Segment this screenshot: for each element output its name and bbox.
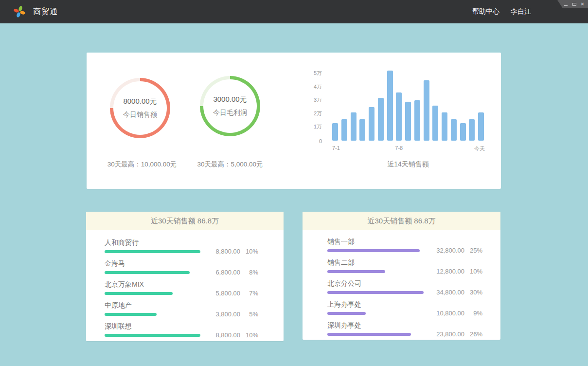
rank-item-pct: 7%	[245, 290, 258, 297]
rank-row: 人和商贸行8,800.0010%	[105, 238, 258, 253]
rank-item-bar	[105, 292, 173, 295]
rank-item-value: 5,800.007%	[206, 290, 258, 297]
topbar-links: 帮助中心 李白江	[472, 0, 531, 23]
chart-bar	[332, 123, 338, 141]
x-tick-middle: 7-8	[395, 145, 403, 151]
customer-rank-card: 近30天销售额 86.8万 人和商贸行8,800.0010%金海马6,800.0…	[86, 212, 284, 341]
today-sales-donut: 8000.00元 今日销售额	[110, 78, 170, 138]
rank-item-value: 6,800.008%	[206, 269, 258, 276]
y-tick-label: 0	[304, 138, 322, 144]
rank-item-name: 深圳办事处	[327, 321, 411, 330]
chart-bar	[478, 112, 484, 141]
y-axis: 01万2万3万4万5万	[304, 70, 322, 141]
chart-bar	[432, 106, 438, 141]
rank-item-pct: 10%	[469, 268, 482, 275]
customer-rank-list: 人和商贸行8,800.0010%金海马6,800.008%北京万象MIX5,80…	[86, 230, 284, 337]
rank-item-amount: 23,800.00	[430, 330, 464, 338]
rank-row-main: 深圳办事处	[327, 321, 411, 336]
chart-bar	[451, 119, 457, 141]
chart-bar	[341, 119, 347, 141]
chart-bar	[442, 112, 447, 141]
minimize-button[interactable]	[564, 1, 568, 7]
today-sales-value: 8000.00元	[123, 97, 157, 106]
close-button[interactable]: ×	[580, 1, 585, 7]
rank-item-name: 销售一部	[327, 238, 420, 246]
rank-row-main: 深圳联想	[105, 322, 200, 337]
rank-item-pct: 25%	[469, 247, 482, 254]
overview-card: 8000.00元 今日销售额 3000.00元 今日毛利润 30天最高：10,0…	[87, 53, 501, 189]
rank-item-name: 人和商贸行	[105, 238, 200, 247]
rank-item-value: 8,800.0010%	[206, 331, 258, 339]
y-tick-label: 5万	[304, 70, 322, 77]
rank-item-bar	[327, 249, 420, 252]
rank-item-pct: 5%	[245, 311, 258, 318]
rank-item-amount: 5,800.00	[206, 290, 240, 297]
donut-center: 8000.00元 今日销售额	[113, 81, 167, 135]
today-profit-donut: 3000.00元 今日毛利润	[200, 76, 260, 136]
rank-item-name: 中原地产	[105, 301, 157, 310]
rank-item-value: 34,800.0030%	[430, 289, 482, 296]
title-bar: 商贸通 帮助中心 李白江 ×	[0, 0, 588, 23]
app-logo-icon	[13, 5, 26, 18]
user-menu[interactable]: 李白江	[511, 7, 531, 16]
rank-item-pct: 30%	[469, 289, 482, 296]
y-tick-label: 4万	[304, 83, 322, 91]
rank-row: 中原地产3,800.005%	[105, 301, 258, 316]
rank-row-main: 销售一部	[327, 238, 420, 252]
rank-row-main: 北京万象MIX	[105, 280, 173, 295]
rank-item-amount: 34,800.00	[430, 289, 464, 296]
app-title: 商贸通	[33, 7, 58, 17]
y-tick-label: 3万	[304, 96, 322, 104]
window-controls: ×	[557, 0, 588, 8]
rank-item-name: 金海马	[105, 259, 190, 268]
chart-bar	[424, 80, 429, 141]
rank-item-value: 10,800.009%	[430, 310, 482, 317]
chart-bar	[414, 100, 420, 141]
help-center-link[interactable]: 帮助中心	[472, 7, 499, 16]
y-tick-label: 2万	[304, 110, 322, 117]
rank-row: 上海办事处10,800.009%	[327, 300, 482, 315]
profit-30d-max: 30天最高：5,000.00元	[172, 160, 288, 169]
rank-item-amount: 3,800.00	[206, 311, 240, 318]
chart-bar	[405, 102, 411, 141]
maximize-button[interactable]	[572, 1, 576, 7]
rank-item-name: 北京万象MIX	[105, 280, 173, 289]
x-tick-end: 今天	[474, 145, 485, 152]
department-rank-title: 近30天销售额 86.8万	[367, 217, 435, 225]
chart-bars	[332, 70, 484, 141]
rank-item-value: 12,800.0010%	[430, 268, 482, 275]
maximize-icon	[572, 3, 576, 6]
rank-item-amount: 32,800.00	[430, 247, 464, 254]
rank-item-amount: 8,800.00	[206, 248, 240, 255]
chart-bar	[351, 112, 356, 141]
rank-item-value: 32,800.0025%	[430, 247, 482, 254]
minimize-icon	[564, 5, 568, 6]
chart-bar	[359, 119, 365, 141]
rank-item-value: 3,800.005%	[206, 311, 258, 318]
customer-rank-title: 近30天销售额 86.8万	[151, 217, 219, 225]
rank-item-amount: 10,800.00	[430, 310, 464, 317]
rank-item-pct: 9%	[469, 310, 482, 317]
customer-rank-header: 近30天销售额 86.8万	[86, 212, 284, 230]
rank-item-value: 23,800.0026%	[430, 330, 482, 338]
chart-bar	[378, 98, 384, 141]
rank-row-main: 人和商贸行	[105, 238, 200, 253]
rank-row-main: 销售二部	[327, 258, 385, 273]
chart-bar	[460, 123, 466, 141]
rank-item-bar	[105, 250, 200, 253]
rank-item-bar	[327, 291, 424, 294]
rank-item-bar	[327, 333, 411, 336]
rank-row: 销售二部12,800.0010%	[327, 258, 482, 273]
chart-bar	[369, 107, 374, 141]
rank-item-amount: 8,800.00	[206, 331, 240, 339]
rank-row: 北京分公司34,800.0030%	[327, 279, 482, 294]
rank-item-name: 上海办事处	[327, 300, 366, 309]
chart-bar	[396, 92, 402, 141]
y-tick-label: 1万	[304, 123, 322, 130]
rank-item-value: 8,800.0010%	[206, 248, 258, 255]
rank-row-main: 中原地产	[105, 301, 157, 316]
chart-title: 近14天销售额	[332, 160, 484, 169]
rank-item-name: 销售二部	[327, 258, 385, 267]
rank-row: 金海马6,800.008%	[105, 259, 258, 274]
rank-item-amount: 12,800.00	[430, 268, 464, 275]
